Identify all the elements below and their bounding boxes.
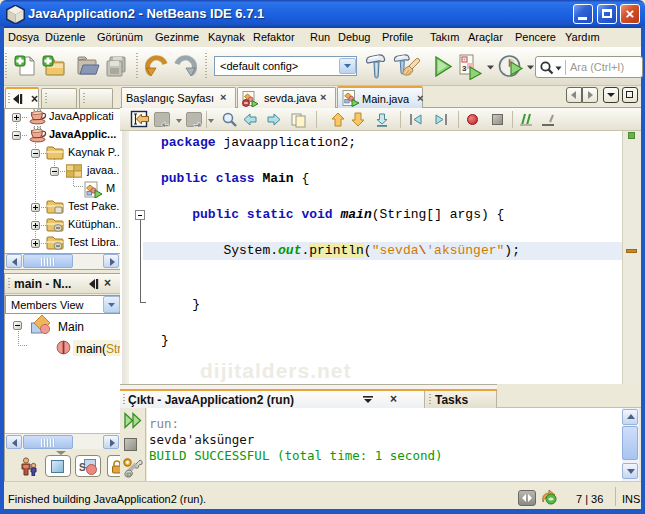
svg-text:3: 3 [462, 64, 467, 73]
